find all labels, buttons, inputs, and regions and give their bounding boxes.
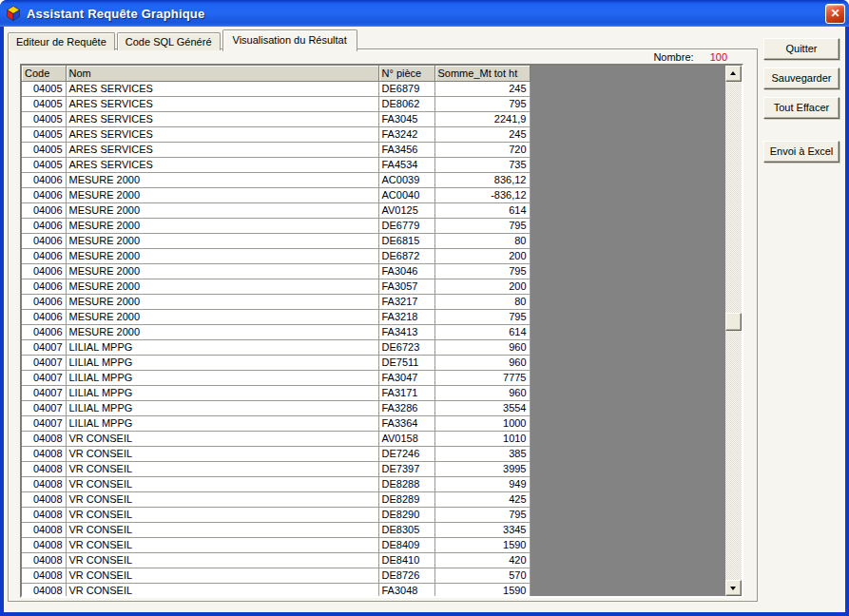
table-cell: LILIAL MPPG	[66, 370, 378, 385]
table-row[interactable]: 04008VR CONSEILDE8726570	[22, 568, 530, 583]
tab-visualisation-du-resultat[interactable]: Visualisation du Résultat	[222, 29, 357, 51]
table-cell: FA3218	[378, 309, 434, 324]
table-row[interactable]: 04005ARES SERVICESFA4534735	[22, 157, 530, 172]
table-cell: 795	[434, 309, 530, 324]
table-cell: 04006	[22, 202, 66, 218]
table-cell: FA3456	[378, 142, 434, 157]
save-button[interactable]: Sauvegarder	[763, 67, 839, 89]
send-to-excel-button[interactable]: Envoi à Excel	[763, 141, 839, 163]
titlebar: Assistant Requête Graphique ✕	[0, 0, 849, 27]
table-row[interactable]: 04005ARES SERVICESFA3456720	[22, 142, 530, 157]
quit-button[interactable]: Quitter	[763, 38, 839, 60]
table-cell: 04008	[22, 522, 66, 537]
table-row[interactable]: 04005ARES SERVICESDE6879245	[22, 81, 530, 96]
clear-all-button[interactable]: Tout Effacer	[763, 97, 839, 119]
table-cell: DE7246	[378, 446, 434, 461]
table-cell: 04007	[22, 385, 66, 400]
table-row[interactable]: 04008VR CONSEILDE7246385	[22, 446, 530, 461]
table-cell: 245	[434, 126, 530, 142]
table-row[interactable]: 04007LILIAL MPPGFA33641000	[22, 415, 530, 431]
table-row[interactable]: 04006MESURE 2000DE6872200	[22, 248, 530, 263]
table-cell: 1590	[434, 537, 530, 552]
table-cell: DE8305	[378, 522, 434, 537]
table-cell: MESURE 2000	[66, 309, 378, 324]
table-cell: LILIAL MPPG	[66, 355, 378, 370]
table-row[interactable]: 04006MESURE 2000FA321780	[22, 294, 530, 309]
column-header-piece[interactable]: N° pièce	[378, 66, 434, 81]
table-cell: 04005	[22, 142, 66, 157]
table-cell: 04006	[22, 218, 66, 233]
table-cell: FA3047	[378, 370, 434, 385]
table-row[interactable]: 04008VR CONSEILDE8410420	[22, 552, 530, 568]
table-cell: VR CONSEIL	[66, 568, 378, 583]
tab-code-sql-genere[interactable]: Code SQL Généré	[117, 32, 221, 50]
table-cell: 960	[434, 339, 530, 355]
table-cell: DE8288	[378, 476, 434, 491]
vertical-scrollbar[interactable]	[725, 66, 742, 596]
table-row[interactable]: 04007LILIAL MPPGDE7511960	[22, 355, 530, 370]
table-cell: 04006	[22, 324, 66, 339]
table-cell: 04008	[22, 507, 66, 522]
table-cell: 04006	[22, 187, 66, 202]
tab-bar: Editeur de Requête Code SQL Généré Visua…	[8, 29, 359, 50]
column-header-nom[interactable]: Nom	[66, 66, 378, 81]
table-cell: DE6879	[378, 81, 434, 96]
table-cell: 1000	[434, 415, 530, 431]
table-row[interactable]: 04008VR CONSEILDE83053345	[22, 522, 530, 537]
table-row[interactable]: 04008VR CONSEILAV01581010	[22, 431, 530, 446]
table-row[interactable]: 04006MESURE 2000DE6779795	[22, 218, 530, 233]
scrollbar-thumb[interactable]	[725, 313, 742, 331]
record-count-value: 100	[710, 51, 727, 63]
table-cell: 04006	[22, 294, 66, 309]
table-cell: MESURE 2000	[66, 202, 378, 218]
table-row[interactable]: 04007LILIAL MPPGFA30477775	[22, 370, 530, 385]
table-row[interactable]: 04006MESURE 2000FA3218795	[22, 309, 530, 324]
table-cell: 80	[434, 233, 530, 248]
table-row[interactable]: 04006MESURE 2000AC0040-836,12	[22, 187, 530, 202]
table-row[interactable]: 04006MESURE 2000AC0039836,12	[22, 172, 530, 187]
table-cell: VR CONSEIL	[66, 537, 378, 552]
table-row[interactable]: 04007LILIAL MPPGDE6723960	[22, 339, 530, 355]
table-cell: 04008	[22, 476, 66, 491]
scroll-up-button[interactable]	[725, 66, 742, 82]
table-cell: 04007	[22, 355, 66, 370]
table-cell: DE8409	[378, 537, 434, 552]
table-cell: DE7397	[378, 461, 434, 476]
table-row[interactable]: 04008VR CONSEILDE8290795	[22, 507, 530, 522]
table-cell: 04008	[22, 491, 66, 507]
table-row[interactable]: 04006MESURE 2000FA3057200	[22, 279, 530, 294]
column-header-somme[interactable]: Somme_Mt tot ht	[434, 66, 530, 81]
table-row[interactable]: 04005ARES SERVICESFA3242245	[22, 126, 530, 142]
table-row[interactable]: 04005ARES SERVICESDE8062795	[22, 96, 530, 111]
table-row[interactable]: 04008VR CONSEILDE84091590	[22, 537, 530, 552]
table-cell: ARES SERVICES	[66, 142, 378, 157]
table-cell: 735	[434, 157, 530, 172]
table-row[interactable]: 04006MESURE 2000FA3046795	[22, 263, 530, 279]
table-row[interactable]: 04006MESURE 2000DE681580	[22, 233, 530, 248]
table-row[interactable]: 04006MESURE 2000AV0125614	[22, 202, 530, 218]
table-row[interactable]: 04008VR CONSEILDE73973995	[22, 461, 530, 476]
table-row[interactable]: 04008VR CONSEILFA30481590	[22, 583, 530, 596]
table-cell: FA3364	[378, 415, 434, 431]
table-cell: 1590	[434, 583, 530, 596]
table-row[interactable]: 04005ARES SERVICESFA30452241,9	[22, 111, 530, 126]
table-row[interactable]: 04006MESURE 2000FA3413614	[22, 324, 530, 339]
close-button[interactable]: ✕	[825, 4, 845, 24]
table-cell: 04006	[22, 263, 66, 279]
scroll-down-button[interactable]	[725, 580, 742, 596]
table-row[interactable]: 04008VR CONSEILDE8288949	[22, 476, 530, 491]
column-header-code[interactable]: Code	[22, 66, 66, 81]
table-row[interactable]: 04007LILIAL MPPGFA3171960	[22, 385, 530, 400]
table-row[interactable]: 04008VR CONSEILDE8289425	[22, 491, 530, 507]
table-row[interactable]: 04007LILIAL MPPGFA32863554	[22, 400, 530, 415]
table-cell: ARES SERVICES	[66, 157, 378, 172]
result-table: Code Nom N° pièce Somme_Mt tot ht 04005A…	[22, 66, 531, 596]
table-cell: VR CONSEIL	[66, 583, 378, 596]
table-cell: ARES SERVICES	[66, 111, 378, 126]
table-cell: 80	[434, 294, 530, 309]
table-cell: VR CONSEIL	[66, 552, 378, 568]
tab-editeur-de-requete[interactable]: Editeur de Requête	[8, 32, 115, 50]
table-cell: 04006	[22, 279, 66, 294]
table-cell: 04006	[22, 248, 66, 263]
result-tab-page: Nombre: 100 Code Nom N° pièce	[8, 48, 758, 602]
